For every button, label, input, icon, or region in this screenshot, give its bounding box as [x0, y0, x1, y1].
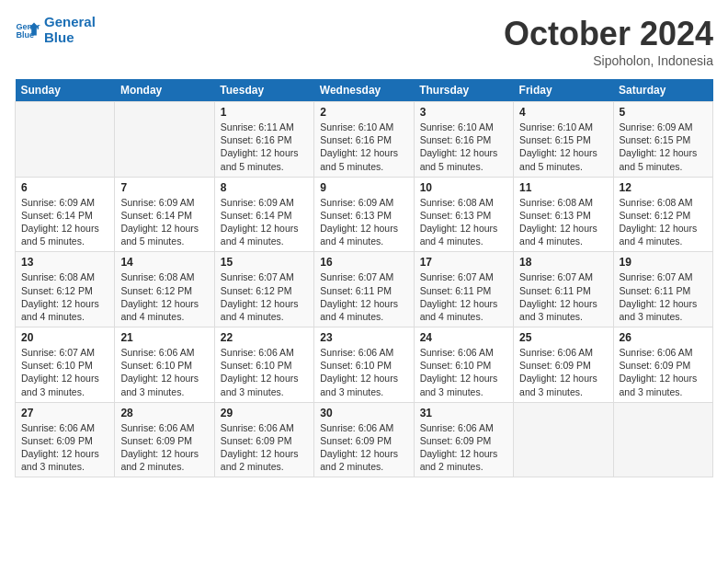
calendar-cell: 21Sunrise: 6:06 AMSunset: 6:10 PMDayligh… — [115, 327, 214, 403]
day-number: 29 — [221, 407, 308, 419]
day-info: Sunrise: 6:08 AMSunset: 6:12 PMDaylight:… — [620, 196, 707, 248]
day-number: 26 — [620, 331, 707, 344]
day-info: Sunrise: 6:08 AMSunset: 6:12 PMDaylight:… — [120, 270, 208, 323]
calendar-week-5: 27Sunrise: 6:06 AMSunset: 6:09 PMDayligh… — [16, 402, 713, 477]
day-info: Sunrise: 6:06 AMSunset: 6:09 PMDaylight:… — [420, 421, 507, 474]
logo-icon: General Blue — [15, 17, 40, 43]
day-number: 19 — [620, 256, 707, 269]
location-subtitle: Sipoholon, Indonesia — [504, 53, 713, 68]
day-info: Sunrise: 6:09 AMSunset: 6:13 PMDaylight:… — [320, 196, 407, 248]
header-thursday: Thursday — [414, 79, 513, 102]
calendar-cell: 31Sunrise: 6:06 AMSunset: 6:09 PMDayligh… — [414, 402, 513, 477]
calendar-cell: 25Sunrise: 6:06 AMSunset: 6:09 PMDayligh… — [514, 327, 613, 403]
calendar-cell: 30Sunrise: 6:06 AMSunset: 6:09 PMDayligh… — [314, 402, 414, 477]
day-info: Sunrise: 6:09 AMSunset: 6:14 PMDaylight:… — [21, 196, 108, 248]
day-info: Sunrise: 6:06 AMSunset: 6:09 PMDaylight:… — [320, 421, 407, 474]
calendar-table: Sunday Monday Tuesday Wednesday Thursday… — [15, 79, 713, 477]
calendar-cell: 10Sunrise: 6:08 AMSunset: 6:13 PMDayligh… — [414, 177, 513, 252]
calendar-week-3: 13Sunrise: 6:08 AMSunset: 6:12 PMDayligh… — [16, 252, 713, 327]
calendar-cell: 3Sunrise: 6:10 AMSunset: 6:16 PMDaylight… — [414, 102, 513, 178]
day-number: 2 — [320, 106, 407, 119]
day-info: Sunrise: 6:07 AMSunset: 6:10 PMDaylight:… — [21, 346, 108, 398]
calendar-cell — [613, 402, 712, 477]
day-number: 5 — [620, 106, 707, 119]
day-number: 1 — [221, 106, 308, 119]
day-info: Sunrise: 6:11 AMSunset: 6:16 PMDaylight:… — [221, 121, 308, 173]
calendar-cell: 24Sunrise: 6:06 AMSunset: 6:10 PMDayligh… — [414, 327, 513, 403]
day-info: Sunrise: 6:10 AMSunset: 6:16 PMDaylight:… — [420, 121, 507, 173]
calendar-cell: 26Sunrise: 6:06 AMSunset: 6:09 PMDayligh… — [613, 327, 712, 403]
day-number: 12 — [620, 181, 707, 194]
day-info: Sunrise: 6:06 AMSunset: 6:09 PMDaylight:… — [620, 346, 707, 398]
day-info: Sunrise: 6:06 AMSunset: 6:10 PMDaylight:… — [320, 346, 407, 398]
day-number: 15 — [221, 256, 308, 269]
day-info: Sunrise: 6:06 AMSunset: 6:09 PMDaylight:… — [21, 421, 108, 474]
calendar-cell: 16Sunrise: 6:07 AMSunset: 6:11 PMDayligh… — [314, 252, 414, 327]
calendar-cell: 13Sunrise: 6:08 AMSunset: 6:12 PMDayligh… — [16, 252, 115, 327]
calendar-cell: 12Sunrise: 6:08 AMSunset: 6:12 PMDayligh… — [613, 177, 712, 252]
logo-text: GeneralBlue — [44, 15, 96, 45]
day-info: Sunrise: 6:06 AMSunset: 6:10 PMDaylight:… — [420, 346, 507, 398]
day-number: 16 — [320, 256, 407, 269]
day-number: 30 — [320, 407, 407, 419]
calendar-cell — [514, 402, 613, 477]
calendar-week-4: 20Sunrise: 6:07 AMSunset: 6:10 PMDayligh… — [16, 327, 713, 403]
weekday-header-row: Sunday Monday Tuesday Wednesday Thursday… — [16, 79, 713, 102]
header-saturday: Saturday — [613, 79, 712, 102]
calendar-cell — [115, 102, 214, 178]
calendar-cell: 29Sunrise: 6:06 AMSunset: 6:09 PMDayligh… — [214, 402, 313, 477]
day-info: Sunrise: 6:09 AMSunset: 6:14 PMDaylight:… — [120, 196, 208, 248]
calendar-cell: 20Sunrise: 6:07 AMSunset: 6:10 PMDayligh… — [16, 327, 115, 403]
title-block: October 2024 Sipoholon, Indonesia — [504, 15, 713, 68]
day-number: 31 — [420, 407, 507, 419]
day-number: 3 — [420, 106, 507, 119]
calendar-cell: 14Sunrise: 6:08 AMSunset: 6:12 PMDayligh… — [115, 252, 214, 327]
day-number: 27 — [21, 407, 108, 419]
day-info: Sunrise: 6:07 AMSunset: 6:11 PMDaylight:… — [420, 270, 507, 323]
day-number: 25 — [519, 331, 607, 344]
month-title: October 2024 — [504, 15, 713, 53]
header-friday: Friday — [514, 79, 613, 102]
svg-text:Blue: Blue — [16, 30, 34, 40]
calendar-cell: 27Sunrise: 6:06 AMSunset: 6:09 PMDayligh… — [16, 402, 115, 477]
day-number: 23 — [320, 331, 407, 344]
calendar-week-2: 6Sunrise: 6:09 AMSunset: 6:14 PMDaylight… — [16, 177, 713, 252]
calendar-cell: 28Sunrise: 6:06 AMSunset: 6:09 PMDayligh… — [115, 402, 214, 477]
day-info: Sunrise: 6:06 AMSunset: 6:10 PMDaylight:… — [221, 346, 308, 398]
day-info: Sunrise: 6:07 AMSunset: 6:11 PMDaylight:… — [519, 270, 607, 323]
day-number: 18 — [519, 256, 607, 269]
header-wednesday: Wednesday — [314, 79, 414, 102]
calendar-cell: 7Sunrise: 6:09 AMSunset: 6:14 PMDaylight… — [115, 177, 214, 252]
calendar-cell: 8Sunrise: 6:09 AMSunset: 6:14 PMDaylight… — [214, 177, 313, 252]
day-number: 13 — [21, 256, 108, 269]
calendar-cell: 6Sunrise: 6:09 AMSunset: 6:14 PMDaylight… — [16, 177, 115, 252]
day-number: 14 — [120, 256, 208, 269]
day-info: Sunrise: 6:06 AMSunset: 6:09 PMDaylight:… — [221, 421, 308, 474]
day-info: Sunrise: 6:07 AMSunset: 6:12 PMDaylight:… — [221, 270, 308, 323]
day-info: Sunrise: 6:09 AMSunset: 6:15 PMDaylight:… — [620, 121, 707, 173]
day-number: 28 — [120, 407, 208, 419]
calendar-cell: 9Sunrise: 6:09 AMSunset: 6:13 PMDaylight… — [314, 177, 414, 252]
day-info: Sunrise: 6:07 AMSunset: 6:11 PMDaylight:… — [620, 270, 707, 323]
day-info: Sunrise: 6:10 AMSunset: 6:16 PMDaylight:… — [320, 121, 407, 173]
day-number: 24 — [420, 331, 507, 344]
calendar-cell: 23Sunrise: 6:06 AMSunset: 6:10 PMDayligh… — [314, 327, 414, 403]
calendar-cell: 18Sunrise: 6:07 AMSunset: 6:11 PMDayligh… — [514, 252, 613, 327]
day-info: Sunrise: 6:08 AMSunset: 6:13 PMDaylight:… — [519, 196, 607, 248]
day-number: 8 — [221, 181, 308, 194]
calendar-cell: 15Sunrise: 6:07 AMSunset: 6:12 PMDayligh… — [214, 252, 313, 327]
day-info: Sunrise: 6:08 AMSunset: 6:13 PMDaylight:… — [420, 196, 507, 248]
day-number: 17 — [420, 256, 507, 269]
logo: General Blue GeneralBlue — [15, 15, 96, 45]
day-number: 22 — [221, 331, 308, 344]
calendar-cell: 19Sunrise: 6:07 AMSunset: 6:11 PMDayligh… — [613, 252, 712, 327]
calendar-cell: 4Sunrise: 6:10 AMSunset: 6:15 PMDaylight… — [514, 102, 613, 178]
day-number: 6 — [21, 181, 108, 194]
header-tuesday: Tuesday — [214, 79, 313, 102]
day-info: Sunrise: 6:07 AMSunset: 6:11 PMDaylight:… — [320, 270, 407, 323]
header-sunday: Sunday — [16, 79, 115, 102]
day-number: 9 — [320, 181, 407, 194]
day-number: 4 — [519, 106, 607, 119]
day-number: 20 — [21, 331, 108, 344]
header-monday: Monday — [115, 79, 214, 102]
